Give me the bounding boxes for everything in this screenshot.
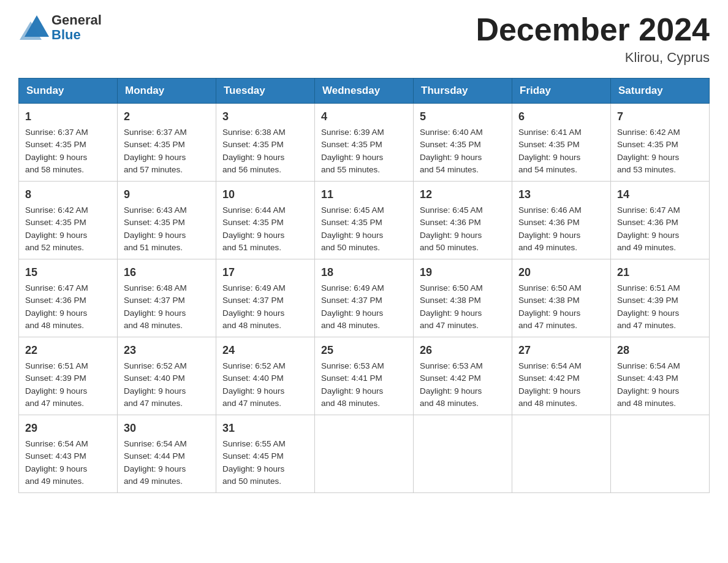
logo-icon <box>18 12 49 43</box>
calendar-cell: 3 Sunrise: 6:38 AM Sunset: 4:35 PM Dayli… <box>216 104 315 182</box>
daylight-minutes-line: and 49 minutes. <box>518 243 577 252</box>
day-number: 26 <box>420 342 506 359</box>
daylight-minutes-line: and 48 minutes. <box>124 321 183 330</box>
sunrise-line: Sunrise: 6:41 AM <box>518 128 582 137</box>
sunrise-line: Sunrise: 6:47 AM <box>617 205 680 215</box>
sunset-line: Sunset: 4:41 PM <box>321 373 382 383</box>
day-number: 21 <box>617 264 703 281</box>
day-number: 6 <box>518 109 604 125</box>
sunrise-line: Sunrise: 6:53 AM <box>321 361 384 370</box>
sunrise-line: Sunrise: 6:42 AM <box>617 128 680 137</box>
sunrise-line: Sunrise: 6:46 AM <box>518 205 582 215</box>
header-thursday: Thursday <box>414 79 512 104</box>
calendar-cell: 9 Sunrise: 6:43 AM Sunset: 4:35 PM Dayli… <box>118 182 216 259</box>
day-number: 1 <box>25 109 111 125</box>
sunrise-line: Sunrise: 6:54 AM <box>617 361 680 370</box>
sunset-line: Sunset: 4:35 PM <box>25 140 86 149</box>
sunset-line: Sunset: 4:36 PM <box>420 218 481 227</box>
title-block: December 2024 Klirou, Cyprus <box>476 12 710 66</box>
sunset-line: Sunset: 4:37 PM <box>321 296 382 305</box>
calendar-cell: 17 Sunrise: 6:49 AM Sunset: 4:37 PM Dayl… <box>216 259 315 337</box>
calendar-cell <box>315 415 414 493</box>
sunrise-line: Sunrise: 6:55 AM <box>222 439 286 448</box>
day-number: 8 <box>25 186 111 203</box>
header-sunday: Sunday <box>19 79 118 104</box>
sunrise-line: Sunrise: 6:43 AM <box>124 205 187 215</box>
daylight-line: Daylight: 9 hours <box>617 386 679 396</box>
logo-general-text: General <box>51 13 102 28</box>
sunset-line: Sunset: 4:36 PM <box>617 218 678 227</box>
calendar-header-row: Sunday Monday Tuesday Wednesday Thursday… <box>19 79 710 104</box>
daylight-line: Daylight: 9 hours <box>420 386 482 396</box>
calendar-cell: 5 Sunrise: 6:40 AM Sunset: 4:35 PM Dayli… <box>414 104 512 182</box>
calendar-cell: 7 Sunrise: 6:42 AM Sunset: 4:35 PM Dayli… <box>611 104 710 182</box>
daylight-minutes-line: and 48 minutes. <box>617 399 676 408</box>
sunrise-line: Sunrise: 6:44 AM <box>222 205 286 215</box>
daylight-line: Daylight: 9 hours <box>518 386 580 396</box>
sunset-line: Sunset: 4:35 PM <box>617 140 678 149</box>
daylight-minutes-line: and 49 minutes. <box>617 243 676 252</box>
calendar-cell: 4 Sunrise: 6:39 AM Sunset: 4:35 PM Dayli… <box>315 104 414 182</box>
sunset-line: Sunset: 4:38 PM <box>518 296 580 305</box>
sunset-line: Sunset: 4:40 PM <box>124 373 185 383</box>
sunset-line: Sunset: 4:42 PM <box>518 373 580 383</box>
day-number: 18 <box>321 264 407 281</box>
sunrise-line: Sunrise: 6:45 AM <box>420 205 483 215</box>
sunset-line: Sunset: 4:35 PM <box>222 218 284 227</box>
calendar-cell: 2 Sunrise: 6:37 AM Sunset: 4:35 PM Dayli… <box>118 104 216 182</box>
sunset-line: Sunset: 4:35 PM <box>321 140 382 149</box>
day-number: 25 <box>321 342 407 359</box>
sunrise-line: Sunrise: 6:49 AM <box>321 283 384 293</box>
daylight-line: Daylight: 9 hours <box>617 153 679 162</box>
daylight-line: Daylight: 9 hours <box>518 231 580 240</box>
daylight-minutes-line: and 51 minutes. <box>222 243 281 252</box>
calendar-cell: 12 Sunrise: 6:45 AM Sunset: 4:36 PM Dayl… <box>414 182 512 259</box>
logo: General Blue <box>18 12 102 43</box>
daylight-line: Daylight: 9 hours <box>25 308 87 318</box>
sunrise-line: Sunrise: 6:52 AM <box>124 361 187 370</box>
sunrise-line: Sunrise: 6:37 AM <box>124 128 187 137</box>
sunset-line: Sunset: 4:35 PM <box>420 140 481 149</box>
daylight-minutes-line: and 55 minutes. <box>321 165 380 174</box>
daylight-line: Daylight: 9 hours <box>222 153 284 162</box>
sunset-line: Sunset: 4:42 PM <box>420 373 481 383</box>
sunset-line: Sunset: 4:36 PM <box>518 218 580 227</box>
sunrise-line: Sunrise: 6:54 AM <box>518 361 582 370</box>
daylight-minutes-line: and 54 minutes. <box>518 165 577 174</box>
calendar-cell: 6 Sunrise: 6:41 AM Sunset: 4:35 PM Dayli… <box>512 104 611 182</box>
sunrise-line: Sunrise: 6:50 AM <box>420 283 483 293</box>
sunset-line: Sunset: 4:38 PM <box>420 296 481 305</box>
daylight-minutes-line: and 47 minutes. <box>617 321 676 330</box>
day-number: 11 <box>321 186 407 203</box>
sunset-line: Sunset: 4:43 PM <box>25 451 86 461</box>
sunrise-line: Sunrise: 6:51 AM <box>617 283 680 293</box>
daylight-minutes-line: and 47 minutes. <box>518 321 577 330</box>
calendar-cell: 22 Sunrise: 6:51 AM Sunset: 4:39 PM Dayl… <box>19 337 118 415</box>
day-number: 4 <box>321 109 407 125</box>
day-number: 10 <box>222 186 308 203</box>
day-number: 16 <box>124 264 210 281</box>
calendar-cell: 24 Sunrise: 6:52 AM Sunset: 4:40 PM Dayl… <box>216 337 315 415</box>
calendar-cell <box>611 415 710 493</box>
location: Klirou, Cyprus <box>476 50 710 66</box>
sunrise-line: Sunrise: 6:42 AM <box>25 205 88 215</box>
calendar-cell: 10 Sunrise: 6:44 AM Sunset: 4:35 PM Dayl… <box>216 182 315 259</box>
daylight-line: Daylight: 9 hours <box>222 386 284 396</box>
sunrise-line: Sunrise: 6:37 AM <box>25 128 88 137</box>
daylight-minutes-line: and 48 minutes. <box>222 321 281 330</box>
daylight-minutes-line: and 50 minutes. <box>222 477 281 486</box>
sunrise-line: Sunrise: 6:47 AM <box>25 283 88 293</box>
daylight-line: Daylight: 9 hours <box>25 386 87 396</box>
sunrise-line: Sunrise: 6:54 AM <box>124 439 187 448</box>
daylight-line: Daylight: 9 hours <box>222 308 284 318</box>
calendar-cell: 20 Sunrise: 6:50 AM Sunset: 4:38 PM Dayl… <box>512 259 611 337</box>
sunset-line: Sunset: 4:35 PM <box>124 140 185 149</box>
day-number: 14 <box>617 186 703 203</box>
daylight-minutes-line: and 48 minutes. <box>321 321 380 330</box>
calendar-cell: 23 Sunrise: 6:52 AM Sunset: 4:40 PM Dayl… <box>118 337 216 415</box>
calendar-cell: 16 Sunrise: 6:48 AM Sunset: 4:37 PM Dayl… <box>118 259 216 337</box>
calendar-cell: 30 Sunrise: 6:54 AM Sunset: 4:44 PM Dayl… <box>118 415 216 493</box>
daylight-line: Daylight: 9 hours <box>124 231 186 240</box>
calendar-cell: 13 Sunrise: 6:46 AM Sunset: 4:36 PM Dayl… <box>512 182 611 259</box>
day-number: 19 <box>420 264 506 281</box>
